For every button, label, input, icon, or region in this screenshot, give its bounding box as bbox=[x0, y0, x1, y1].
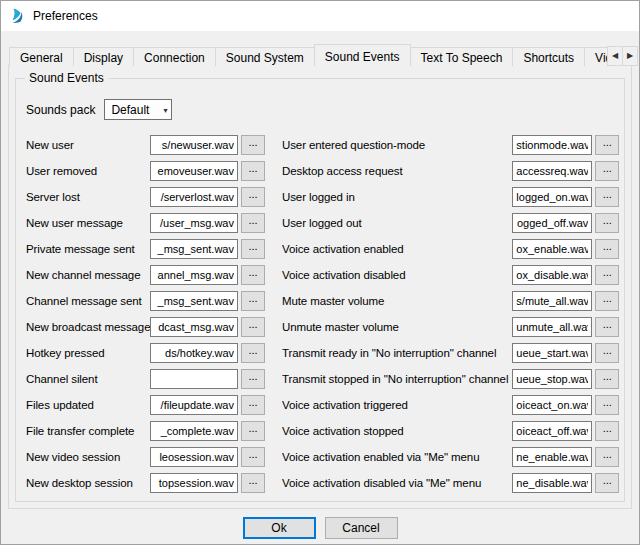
sound-file-input[interactable] bbox=[512, 265, 592, 285]
browse-button[interactable]: ... bbox=[595, 343, 619, 363]
sound-event-label: Voice activation triggered bbox=[282, 399, 512, 411]
sound-event-row: Channel message sent... bbox=[26, 288, 274, 314]
sound-file-input[interactable] bbox=[150, 265, 238, 285]
sound-event-label: Voice activation disabled bbox=[282, 269, 512, 281]
sound-event-label: User logged out bbox=[282, 217, 512, 229]
browse-button[interactable]: ... bbox=[595, 317, 619, 337]
sound-events-left-column: New user...User removed...Server lost...… bbox=[26, 132, 274, 496]
browse-button[interactable]: ... bbox=[595, 395, 619, 415]
sound-event-label: New broadcast message bbox=[26, 321, 150, 333]
sound-event-row: Mute master volume... bbox=[282, 288, 619, 314]
sound-event-row: User logged out... bbox=[282, 210, 619, 236]
sound-event-label: Transmit ready in "No interruption" chan… bbox=[282, 347, 512, 359]
sound-file-input[interactable] bbox=[150, 369, 238, 389]
sound-file-input[interactable] bbox=[150, 421, 238, 441]
sound-event-label: Voice activation enabled bbox=[282, 243, 512, 255]
browse-button[interactable]: ... bbox=[595, 421, 619, 441]
tab-sound-events[interactable]: Sound Events bbox=[314, 44, 411, 66]
tab-display[interactable]: Display bbox=[73, 47, 134, 66]
browse-button[interactable]: ... bbox=[595, 369, 619, 389]
sound-file-input[interactable] bbox=[512, 161, 592, 181]
sound-file-input[interactable] bbox=[512, 343, 592, 363]
sound-file-input[interactable] bbox=[150, 239, 238, 259]
browse-button[interactable]: ... bbox=[595, 291, 619, 311]
sound-file-input[interactable] bbox=[512, 395, 592, 415]
tab-shortcuts[interactable]: Shortcuts bbox=[512, 47, 585, 66]
browse-button[interactable]: ... bbox=[241, 317, 265, 337]
sound-event-row: New channel message... bbox=[26, 262, 274, 288]
sound-file-input[interactable] bbox=[150, 317, 238, 337]
tab-pane: Sound Events Sounds pack Default ▾ New u… bbox=[8, 65, 632, 509]
sound-file-input[interactable] bbox=[150, 213, 238, 233]
browse-button[interactable]: ... bbox=[595, 473, 619, 493]
browse-button[interactable]: ... bbox=[241, 343, 265, 363]
sound-event-label: Hotkey pressed bbox=[26, 347, 150, 359]
sound-file-input[interactable] bbox=[150, 395, 238, 415]
browse-button[interactable]: ... bbox=[241, 421, 265, 441]
tab-text-to-speech[interactable]: Text To Speech bbox=[410, 47, 514, 66]
browse-button[interactable]: ... bbox=[241, 135, 265, 155]
ok-button[interactable]: Ok bbox=[243, 517, 316, 539]
sound-event-row: New desktop session... bbox=[26, 470, 274, 496]
sound-file-input[interactable] bbox=[512, 291, 592, 311]
browse-button[interactable]: ... bbox=[595, 135, 619, 155]
browse-button[interactable]: ... bbox=[241, 473, 265, 493]
sound-file-input[interactable] bbox=[512, 317, 592, 337]
tab-scroll-left-icon[interactable]: ◀ bbox=[607, 46, 623, 66]
tab-scroll-right-icon[interactable]: ▶ bbox=[622, 46, 638, 66]
sound-event-row: Voice activation enabled... bbox=[282, 236, 619, 262]
sound-event-row: Files updated... bbox=[26, 392, 274, 418]
sound-event-row: Desktop access request... bbox=[282, 158, 619, 184]
sound-event-label: Transmit stopped in "No interruption" ch… bbox=[282, 373, 512, 385]
sound-event-row: Private message sent... bbox=[26, 236, 274, 262]
browse-button[interactable]: ... bbox=[241, 369, 265, 389]
browse-button[interactable]: ... bbox=[241, 213, 265, 233]
sound-file-input[interactable] bbox=[512, 187, 592, 207]
groupbox-title: Sound Events bbox=[25, 71, 108, 85]
sound-file-input[interactable] bbox=[512, 421, 592, 441]
tab-general[interactable]: General bbox=[9, 47, 74, 66]
sound-event-row: Server lost... bbox=[26, 184, 274, 210]
sound-event-label: Channel message sent bbox=[26, 295, 150, 307]
sound-event-row: User logged in... bbox=[282, 184, 619, 210]
title-bar: Preferences bbox=[1, 1, 639, 31]
sound-events-columns: New user...User removed...Server lost...… bbox=[26, 132, 616, 496]
browse-button[interactable]: ... bbox=[241, 291, 265, 311]
sound-file-input[interactable] bbox=[150, 447, 238, 467]
browse-button[interactable]: ... bbox=[241, 161, 265, 181]
sound-file-input[interactable] bbox=[512, 239, 592, 259]
browse-button[interactable]: ... bbox=[241, 187, 265, 207]
browse-button[interactable]: ... bbox=[241, 239, 265, 259]
sound-event-label: Files updated bbox=[26, 399, 150, 411]
sound-file-input[interactable] bbox=[512, 447, 592, 467]
sound-event-label: Mute master volume bbox=[282, 295, 512, 307]
sound-file-input[interactable] bbox=[150, 343, 238, 363]
tab-connection[interactable]: Connection bbox=[133, 47, 216, 66]
sound-event-row: New video session... bbox=[26, 444, 274, 470]
app-logo-icon bbox=[10, 8, 26, 24]
sounds-pack-dropdown[interactable]: Default ▾ bbox=[104, 99, 172, 120]
browse-button[interactable]: ... bbox=[595, 447, 619, 467]
browse-button[interactable]: ... bbox=[595, 187, 619, 207]
browse-button[interactable]: ... bbox=[241, 395, 265, 415]
sound-event-row: File transfer complete... bbox=[26, 418, 274, 444]
sound-file-input[interactable] bbox=[512, 369, 592, 389]
sound-file-input[interactable] bbox=[150, 187, 238, 207]
browse-button[interactable]: ... bbox=[241, 447, 265, 467]
browse-button[interactable]: ... bbox=[595, 265, 619, 285]
tab-sound-system[interactable]: Sound System bbox=[215, 47, 315, 66]
browse-button[interactable]: ... bbox=[241, 265, 265, 285]
sound-file-input[interactable] bbox=[512, 213, 592, 233]
sound-event-row: Voice activation triggered... bbox=[282, 392, 619, 418]
cancel-button[interactable]: Cancel bbox=[325, 517, 398, 539]
sound-file-input[interactable] bbox=[150, 473, 238, 493]
browse-button[interactable]: ... bbox=[595, 161, 619, 181]
browse-button[interactable]: ... bbox=[595, 213, 619, 233]
sound-file-input[interactable] bbox=[150, 161, 238, 181]
sound-event-label: New video session bbox=[26, 451, 150, 463]
sound-file-input[interactable] bbox=[512, 135, 592, 155]
browse-button[interactable]: ... bbox=[595, 239, 619, 259]
sound-file-input[interactable] bbox=[512, 473, 592, 493]
sound-file-input[interactable] bbox=[150, 135, 238, 155]
sound-file-input[interactable] bbox=[150, 291, 238, 311]
